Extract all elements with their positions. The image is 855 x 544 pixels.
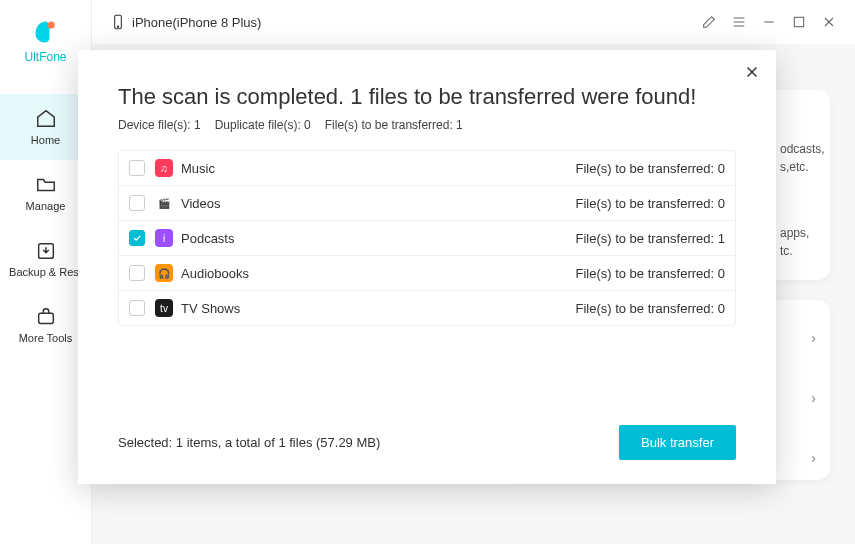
file-row: ♫MusicFile(s) to be transferred: 0 [119,151,735,186]
file-row-checkbox[interactable] [129,195,145,211]
modal-title: The scan is completed. 1 files to be tra… [118,84,736,110]
file-row: iPodcastsFile(s) to be transferred: 1 [119,221,735,256]
music-icon: ♫ [155,159,173,177]
logo-icon [32,18,60,46]
folder-icon [35,174,57,196]
svg-rect-5 [794,17,803,26]
modal-subhead: Device file(s): 1 Duplicate file(s): 0 F… [118,118,736,132]
file-type-name: TV Shows [181,301,240,316]
file-type-name: Podcasts [181,231,234,246]
file-row-checkbox[interactable] [129,300,145,316]
modal-footer: Selected: 1 items, a total of 1 files (5… [118,425,736,460]
file-row: tvTV ShowsFile(s) to be transferred: 0 [119,291,735,325]
tvshows-icon: tv [155,299,173,317]
chevron-right-icon[interactable]: › [811,390,816,406]
chevron-right-icon[interactable]: › [811,450,816,466]
file-transfer-count: File(s) to be transferred: 0 [575,161,725,176]
close-window-button[interactable] [821,14,837,30]
home-icon [35,108,57,130]
audiobooks-icon: 🎧 [155,264,173,282]
file-type-name: Music [181,161,215,176]
duplicate-files-count: Duplicate file(s): 0 [215,118,311,132]
scan-results-modal: The scan is completed. 1 files to be tra… [78,50,776,484]
brand-name: UltFone [24,50,66,64]
file-transfer-count: File(s) to be transferred: 1 [575,231,725,246]
maximize-button[interactable] [791,14,807,30]
topbar: iPhone(iPhone 8 Plus) [92,0,855,44]
phone-icon [110,14,126,30]
file-transfer-count: File(s) to be transferred: 0 [575,266,725,281]
file-row-checkbox[interactable] [129,230,145,246]
file-transfer-count: File(s) to be transferred: 0 [575,196,725,211]
svg-point-4 [117,26,118,27]
file-row: 🎬VideosFile(s) to be transferred: 0 [119,186,735,221]
topbar-actions [701,14,837,30]
svg-rect-2 [38,313,53,323]
selected-summary: Selected: 1 items, a total of 1 files (5… [118,435,380,450]
svg-point-0 [47,22,54,29]
bulk-transfer-button[interactable]: Bulk transfer [619,425,736,460]
chevron-right-icon[interactable]: › [811,330,816,346]
file-type-name: Audiobooks [181,266,249,281]
backup-icon [35,240,57,262]
videos-icon: 🎬 [155,194,173,212]
svg-rect-3 [115,15,122,28]
device-files-count: Device file(s): 1 [118,118,201,132]
transfer-files-count: File(s) to be transferred: 1 [325,118,463,132]
modal-close-button[interactable] [740,60,764,84]
podcasts-icon: i [155,229,173,247]
file-type-name: Videos [181,196,221,211]
device-label: iPhone(iPhone 8 Plus) [110,14,261,30]
file-row: 🎧AudiobooksFile(s) to be transferred: 0 [119,256,735,291]
toolbox-icon [35,306,57,328]
minimize-button[interactable] [761,14,777,30]
file-row-checkbox[interactable] [129,265,145,281]
modal-header: The scan is completed. 1 files to be tra… [78,50,776,136]
file-transfer-count: File(s) to be transferred: 0 [575,301,725,316]
brand-logo: UltFone [24,18,66,64]
edit-button[interactable] [701,14,717,30]
file-row-checkbox[interactable] [129,160,145,176]
menu-button[interactable] [731,14,747,30]
file-type-list: ♫MusicFile(s) to be transferred: 0🎬Video… [118,150,736,326]
